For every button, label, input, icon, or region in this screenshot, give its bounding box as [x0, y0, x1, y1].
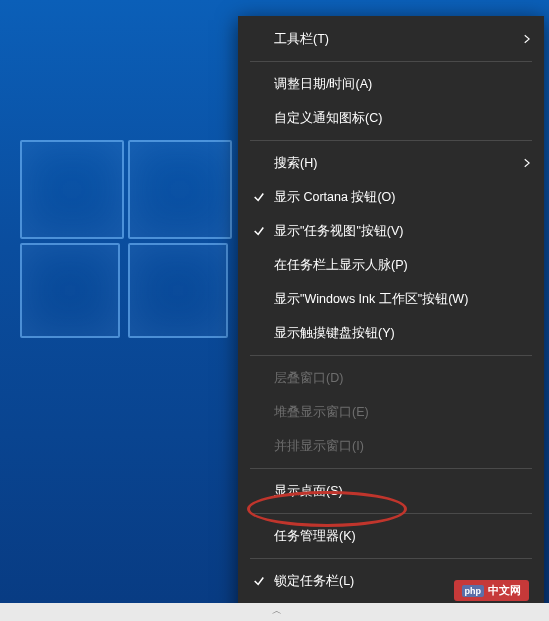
menu-label: 工具栏(T)	[270, 31, 518, 48]
menu-item-sidebyside-windows: 并排显示窗口(I)	[238, 429, 544, 463]
menu-separator	[250, 355, 532, 356]
menu-label: 搜索(H)	[270, 155, 518, 172]
menu-item-adjust-date[interactable]: 调整日期/时间(A)	[238, 67, 544, 101]
watermark-php: php	[462, 585, 485, 597]
menu-label: 层叠窗口(D)	[270, 370, 530, 387]
menu-label: 任务管理器(K)	[270, 528, 530, 545]
menu-label: 堆叠显示窗口(E)	[270, 404, 530, 421]
menu-item-show-cortana[interactable]: 显示 Cortana 按钮(O)	[238, 180, 544, 214]
menu-item-search[interactable]: 搜索(H)	[238, 146, 544, 180]
menu-item-stacked-windows: 堆叠显示窗口(E)	[238, 395, 544, 429]
menu-item-custom-icons[interactable]: 自定义通知图标(C)	[238, 101, 544, 135]
menu-label: 调整日期/时间(A)	[270, 76, 530, 93]
menu-label: 自定义通知图标(C)	[270, 110, 530, 127]
menu-label: 在任务栏上显示人脉(P)	[270, 257, 530, 274]
desktop-wallpaper-windows-logo	[0, 140, 230, 340]
submenu-arrow-icon	[518, 158, 530, 168]
menu-label: 并排显示窗口(I)	[270, 438, 530, 455]
menu-item-show-people[interactable]: 在任务栏上显示人脉(P)	[238, 248, 544, 282]
menu-separator	[250, 513, 532, 514]
submenu-arrow-icon	[518, 34, 530, 44]
taskbar-context-menu: 工具栏(T) 调整日期/时间(A) 自定义通知图标(C) 搜索(H) 显示 Co…	[238, 16, 544, 621]
menu-label: 显示"任务视图"按钮(V)	[270, 223, 530, 240]
checkmark-icon	[248, 191, 270, 203]
menu-item-show-desktop[interactable]: 显示桌面(S)	[238, 474, 544, 508]
checkmark-icon	[248, 225, 270, 237]
watermark-text: 中文网	[488, 583, 521, 598]
menu-separator	[250, 61, 532, 62]
menu-separator	[250, 558, 532, 559]
checkmark-icon	[248, 575, 270, 587]
menu-item-show-touch-keyboard[interactable]: 显示触摸键盘按钮(Y)	[238, 316, 544, 350]
menu-label: 显示"Windows Ink 工作区"按钮(W)	[270, 291, 530, 308]
menu-item-show-taskview[interactable]: 显示"任务视图"按钮(V)	[238, 214, 544, 248]
menu-item-show-ink[interactable]: 显示"Windows Ink 工作区"按钮(W)	[238, 282, 544, 316]
menu-item-toolbars[interactable]: 工具栏(T)	[238, 22, 544, 56]
menu-item-cascade-windows: 层叠窗口(D)	[238, 361, 544, 395]
menu-label: 显示触摸键盘按钮(Y)	[270, 325, 530, 342]
menu-label: 显示 Cortana 按钮(O)	[270, 189, 530, 206]
menu-separator	[250, 468, 532, 469]
tray-chevron-up-icon[interactable]: ︿	[272, 604, 282, 618]
watermark-badge: php 中文网	[454, 580, 530, 601]
menu-label: 显示桌面(S)	[270, 483, 530, 500]
menu-item-task-manager[interactable]: 任务管理器(K)	[238, 519, 544, 553]
menu-separator	[250, 140, 532, 141]
